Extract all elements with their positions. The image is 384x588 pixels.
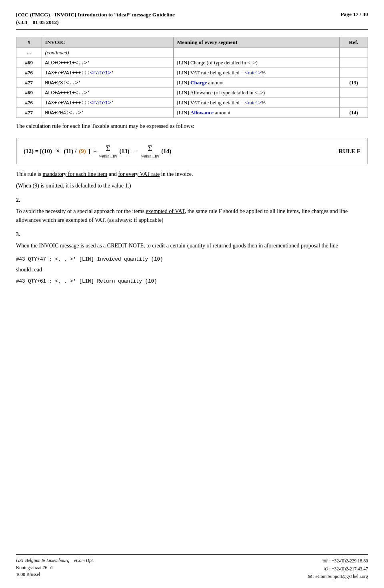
rule-f-label: RULE F xyxy=(338,148,360,155)
calc-rule-intro: The calculation rule for each line Taxab… xyxy=(16,122,368,131)
row-invoic: TAX+7+VAT+++:::<rate1>' xyxy=(42,98,174,108)
formula-13: (13) xyxy=(120,148,130,155)
row-invoic: TAX+7+VAT+++:::<rate1>' xyxy=(42,68,174,78)
code-line-1-text: #43 QTY+47 : <. . >' [LIN] Invoiced quan… xyxy=(16,257,163,262)
table-row: #77 MOA+23:<..>' [LIN] Charge amount (13… xyxy=(16,78,368,88)
section-3-text: When the INVOIC message is used as a CRE… xyxy=(16,241,368,250)
col-header-ref: Ref. xyxy=(340,37,368,48)
formula-12: (12) = [(10) xyxy=(24,148,52,155)
footer-org: GS1 Belgium & Luxembourg – eCom Dpt. xyxy=(16,557,94,564)
formula-bracket: ] + xyxy=(88,148,97,155)
sigma-1-label: within LIN xyxy=(99,154,117,158)
sigma-2: Σ xyxy=(148,144,152,153)
row-ref xyxy=(340,98,368,108)
phone-icon: ☏ xyxy=(322,558,328,563)
sigma-group-1: Σ within LIN xyxy=(99,144,117,158)
mandatory-text: This rule is mandatory for each line ite… xyxy=(16,170,368,179)
col-header-meaning: Meaning of every segment xyxy=(174,37,340,48)
formula-9-orange: (9) xyxy=(79,148,86,155)
sigma-1: Σ xyxy=(106,144,110,153)
sigma-2-label: within LIN xyxy=(141,154,159,158)
footer-fax: ✆ : +32-(0)2-217.43.47 xyxy=(308,565,368,573)
row-ref xyxy=(340,58,368,68)
code-line-2-text: #43 QTY+61 : <. . >' [LIN] Return quanti… xyxy=(16,279,157,284)
rule-formula: (12) = [(10) × (11) / (9) ] + Σ within L… xyxy=(24,144,171,158)
code-line-1: #43 QTY+47 : <. . >' [LIN] Invoiced quan… xyxy=(16,256,368,262)
row-num: #69 xyxy=(16,88,42,98)
page: [O2C (FMCG) - INVOIC] Introduction to “i… xyxy=(0,0,384,588)
section-2-num: 2. xyxy=(16,196,368,205)
col-header-invoic: INVOIC xyxy=(42,37,174,48)
header-title-line1: [O2C (FMCG) - INVOIC] Introduction to “i… xyxy=(16,11,175,19)
footer-contact: ☏ : +32-(0)2-229.18.80 ✆ : +32-(0)2-217.… xyxy=(308,557,368,581)
sigma-group-2: Σ within LIN xyxy=(141,144,159,158)
underline-exempted: exempted of VAT xyxy=(146,208,184,214)
page-header: [O2C (FMCG) - INVOIC] Introduction to “i… xyxy=(16,11,368,30)
section-2: 2. To avoid the necessity of a special a… xyxy=(16,196,368,225)
footer-phone: ☏ : +32-(0)2-229.18.80 xyxy=(308,557,368,565)
header-page-number: Page 17 / 40 xyxy=(340,11,368,18)
row-meaning: [LIN] Charge amount xyxy=(174,78,340,88)
row-num: #76 xyxy=(16,98,42,108)
row-ref: (14) xyxy=(340,108,368,118)
row-invoic: MOA+204:<..>' xyxy=(42,108,174,118)
row-num: ... xyxy=(16,48,42,58)
row-meaning xyxy=(174,48,340,58)
row-ref xyxy=(340,48,368,58)
row-invoic: MOA+23:<..>' xyxy=(42,78,174,88)
footer-street: Koningsstraat 76 b1 xyxy=(16,564,94,571)
code-line-2: #43 QTY+61 : <. . >' [LIN] Return quanti… xyxy=(16,278,368,284)
col-header-num: # xyxy=(16,37,42,48)
section-3: 3. When the INVOIC message is used as a … xyxy=(16,230,368,250)
footer-city: 1000 Brussel xyxy=(16,571,94,578)
phone-number: : +32-(0)2-229.18.80 xyxy=(329,558,368,563)
row-meaning: [LIN] Allowance (of type detailed in <..… xyxy=(174,88,340,98)
email-address: : eCom.Support@gs1belu.org xyxy=(313,574,368,579)
should-read: should read xyxy=(16,265,368,274)
header-title-line2: (v3.4 – 01 05 2012) xyxy=(16,19,175,26)
table-row: #69 ALC+C+++1+<..>' [LIN] Charge (of typ… xyxy=(16,58,368,68)
section-3-num: 3. xyxy=(16,230,368,239)
formula-14: (14) xyxy=(161,148,171,155)
footer-address: GS1 Belgium & Luxembourg – eCom Dpt. Kon… xyxy=(16,557,94,581)
fax-number: : +32-(0)2-217.43.47 xyxy=(329,566,368,571)
table-row: #76 TAX+7+VAT+++:::<rate1>' [LIN] VAT ra… xyxy=(16,68,368,78)
table-row: #76 TAX+7+VAT+++:::<rate1>' [LIN] VAT ra… xyxy=(16,98,368,108)
row-num: #76 xyxy=(16,68,42,78)
invoic-table: # INVOIC Meaning of every segment Ref. .… xyxy=(16,37,368,118)
formula-11: (11) / xyxy=(64,148,76,155)
row-num: #77 xyxy=(16,108,42,118)
header-title: [O2C (FMCG) - INVOIC] Introduction to “i… xyxy=(16,11,175,26)
footer-email: ✉ : eCom.Support@gs1belu.org xyxy=(308,573,368,581)
footer-org-name: GS1 Belgium & Luxembourg – eCom Dpt. xyxy=(16,558,94,563)
row-num: #69 xyxy=(16,58,42,68)
email-icon: ✉ xyxy=(308,574,312,579)
underline-each-line: mandatory for each line item xyxy=(43,171,108,177)
section-2-text: To avoid the necessity of a special appr… xyxy=(16,207,368,225)
row-meaning: [LIN] VAT rate being detailed = <rate1>% xyxy=(174,68,340,78)
omitted-text: (When (9) is omitted, it is defaulted to… xyxy=(16,181,368,190)
row-invoic: (continued) xyxy=(42,48,174,58)
row-num: #77 xyxy=(16,78,42,88)
table-row: #69 ALC+A+++1+<..>' [LIN] Allowance (of … xyxy=(16,88,368,98)
formula-minus: − xyxy=(132,147,139,155)
row-invoic: ALC+C+++1+<..>' xyxy=(42,58,174,68)
table-row: #77 MOA+204:<..>' [LIN] Allowance amount… xyxy=(16,108,368,118)
rule-box: (12) = [(10) × (11) / (9) ] + Σ within L… xyxy=(16,138,368,164)
row-ref xyxy=(340,68,368,78)
mandatory-section: This rule is mandatory for each line ite… xyxy=(16,170,368,190)
row-meaning: [LIN] VAT rate being detailed = <rate1>% xyxy=(174,98,340,108)
row-invoic: ALC+A+++1+<..>' xyxy=(42,88,174,98)
row-meaning: [LIN] Charge (of type detailed in <..>) xyxy=(174,58,340,68)
row-ref: (13) xyxy=(340,78,368,88)
row-ref xyxy=(340,88,368,98)
underline-every-vat: for every VAT rate xyxy=(118,171,160,177)
page-footer: GS1 Belgium & Luxembourg – eCom Dpt. Kon… xyxy=(16,554,368,581)
table-row: ... (continued) xyxy=(16,48,368,58)
row-meaning: [LIN] Allowance amount xyxy=(174,108,340,118)
fax-icon: ✆ xyxy=(324,566,328,571)
times-symbol: × xyxy=(54,147,61,155)
